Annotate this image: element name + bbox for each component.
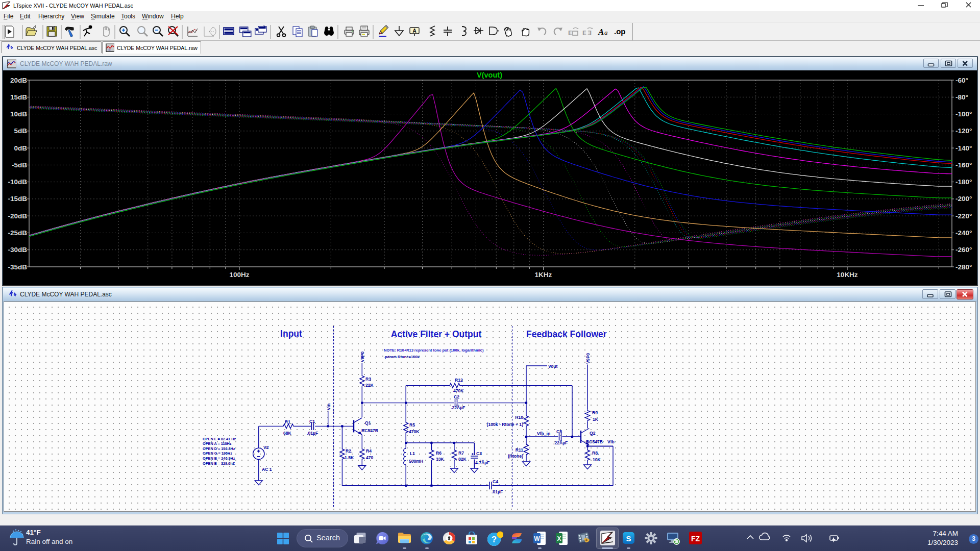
svg-text:15dB: 15dB — [10, 93, 27, 101]
svg-text:-25dB: -25dB — [8, 229, 27, 237]
svg-text:1.5K: 1.5K — [345, 455, 354, 460]
svg-text:R12: R12 — [455, 378, 463, 383]
svg-text:-60°: -60° — [955, 77, 968, 84]
svg-text:-20dB: -20dB — [8, 212, 27, 220]
svg-text:-280°: -280° — [955, 263, 972, 271]
svg-text:R8.: R8. — [592, 450, 599, 456]
svg-text:470K: 470K — [453, 388, 464, 393]
svg-text:Vfb_in: Vfb_in — [537, 431, 550, 436]
svg-text:4.7ÂµF: 4.7ÂµF — [475, 460, 489, 465]
svg-text:-120°: -120° — [955, 127, 972, 135]
svg-text:R1: R1 — [285, 419, 290, 424]
svg-text:V2: V2 — [263, 445, 269, 450]
svg-text:S: S — [626, 534, 631, 543]
svg-text:1K: 1K — [593, 417, 599, 422]
svg-text:22K: 22K — [365, 383, 374, 388]
svg-text:(100k - Rtone + 1): (100k - Rtone + 1) — [487, 422, 524, 427]
svg-text:X: X — [557, 535, 561, 542]
svg-text:-140°: -140° — [955, 144, 972, 152]
svg-text:R4: R4 — [366, 448, 372, 454]
svg-text:E: E — [568, 30, 572, 37]
svg-text:-180°: -180° — [955, 178, 972, 186]
svg-text:AC 1: AC 1 — [262, 467, 272, 472]
svg-text:470: 470 — [366, 455, 374, 460]
svg-text:R6: R6 — [436, 450, 442, 456]
svg-text:-5dB: -5dB — [12, 161, 27, 169]
svg-text:Vin: Vin — [326, 404, 331, 410]
svg-text:C2: C2 — [454, 394, 459, 399]
svg-text:R11: R11 — [516, 447, 524, 453]
svg-text:-15dB: -15dB — [8, 195, 27, 203]
svg-text:-10dB: -10dB — [8, 178, 27, 186]
svg-text:OPEN G = 196Hz: OPEN G = 196Hz — [203, 451, 232, 456]
svg-text:L1: L1 — [410, 451, 415, 456]
svg-text:BC547B: BC547B — [586, 439, 603, 444]
svg-text:?: ? — [492, 535, 497, 544]
svg-text:-35dB: -35dB — [8, 263, 27, 271]
svg-text:-220°: -220° — [955, 212, 972, 220]
svg-text:(Rtone): (Rtone) — [508, 454, 523, 459]
svg-text:5dB: 5dB — [14, 127, 27, 135]
svg-text:R5: R5 — [409, 422, 415, 428]
svg-text:R9: R9 — [592, 410, 598, 415]
svg-text:-260°: -260° — [955, 246, 972, 254]
svg-text:10KHz: 10KHz — [837, 271, 858, 279]
svg-text:10dB: 10dB — [10, 110, 27, 118]
svg-text:Feedback Follower: Feedback Follower — [526, 329, 607, 339]
svg-text:V(vout): V(vout) — [477, 71, 502, 79]
svg-text:FZ: FZ — [691, 535, 700, 543]
svg-text:.22ÂµF: .22ÂµF — [553, 440, 568, 445]
svg-text:33K: 33K — [436, 457, 445, 462]
svg-text:0dB: 0dB — [14, 144, 27, 152]
svg-text:-100°: -100° — [955, 110, 972, 118]
svg-text:E: E — [582, 30, 586, 37]
svg-text:Active Filter + Output: Active Filter + Output — [391, 329, 482, 339]
svg-text:OPEN E = 82.41 Hz: OPEN E = 82.41 Hz — [203, 437, 236, 441]
svg-text:a: a — [604, 29, 608, 36]
svg-text:-200°: -200° — [955, 195, 972, 203]
svg-text:1KHz: 1KHz — [535, 271, 552, 279]
svg-text:C4: C4 — [493, 479, 498, 484]
svg-text:A: A — [412, 28, 416, 34]
svg-text:Input: Input — [280, 329, 302, 339]
svg-text:C3: C3 — [476, 451, 482, 456]
svg-text:A: A — [598, 27, 604, 37]
svg-text:-30dB: -30dB — [8, 246, 27, 254]
svg-text:V9P0: V9P0 — [585, 353, 591, 364]
svg-text:R2.: R2. — [346, 448, 352, 454]
svg-text:10K: 10K — [593, 457, 601, 462]
svg-text:.01µF: .01µF — [307, 431, 318, 436]
svg-text:Vout: Vout — [548, 364, 558, 369]
svg-text:Vfb: Vfb — [607, 439, 615, 444]
svg-text:NOTE: R10+R11 represent tone p: NOTE: R10+R11 represent tone pot (100k, … — [384, 348, 484, 353]
svg-text:OPEN A = 110Hz: OPEN A = 110Hz — [203, 441, 232, 446]
svg-text:500mH: 500mH — [409, 459, 423, 464]
svg-text:20dB: 20dB — [10, 77, 27, 84]
svg-text:W: W — [534, 535, 540, 542]
svg-text:R10: R10 — [515, 415, 523, 420]
svg-text:C5: C5 — [556, 429, 562, 434]
svg-text:-240°: -240° — [955, 229, 972, 237]
svg-text:100Hz: 100Hz — [229, 271, 249, 279]
svg-text:Q2: Q2 — [590, 431, 596, 436]
svg-text:OPEN E = 329.6hZ: OPEN E = 329.6hZ — [203, 461, 235, 466]
svg-text:C1: C1 — [309, 419, 315, 424]
svg-text:BC547B: BC547B — [361, 428, 378, 433]
svg-text:Q1: Q1 — [365, 420, 371, 425]
svg-text:470K: 470K — [409, 429, 420, 434]
svg-text:OPEN D = 146.8Hz: OPEN D = 146.8Hz — [203, 446, 235, 451]
svg-text:-80°: -80° — [955, 93, 968, 101]
svg-text:E: E — [587, 30, 592, 37]
svg-text:.param Rtone=100k: .param Rtone=100k — [384, 355, 420, 359]
svg-text:.op: .op — [614, 27, 626, 36]
svg-text:82K: 82K — [458, 457, 467, 462]
svg-text:-160°: -160° — [955, 161, 972, 169]
svg-text:R7: R7 — [458, 450, 464, 456]
svg-text:OPEN B = 246.9Hz: OPEN B = 246.9Hz — [203, 456, 235, 461]
svg-text:68K: 68K — [283, 431, 292, 436]
svg-text:R3: R3 — [365, 377, 371, 382]
svg-text:.01µF: .01µF — [492, 489, 503, 494]
svg-text:.22ÂµF: .22ÂµF — [451, 405, 465, 410]
svg-text:V9P0: V9P0 — [360, 352, 365, 362]
